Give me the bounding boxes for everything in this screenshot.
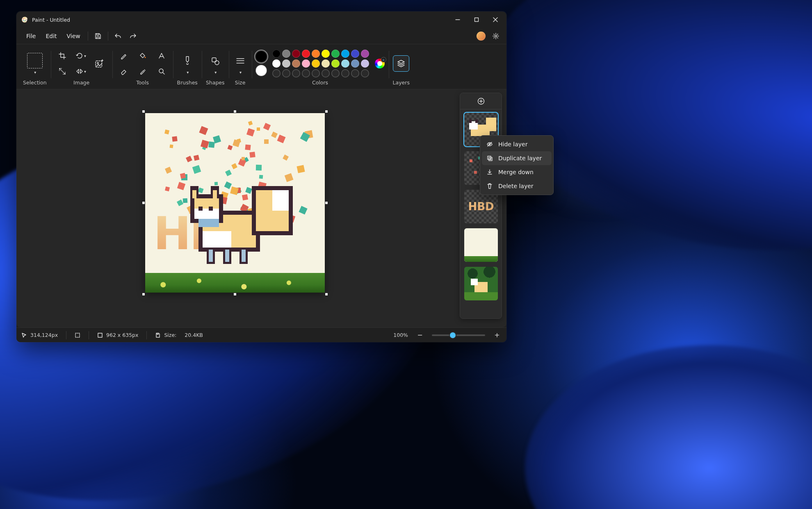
color-swatch[interactable]	[302, 50, 310, 58]
group-label-layers: Layers	[393, 80, 410, 86]
color-swatch-empty[interactable]	[292, 69, 300, 77]
color-swatch-empty[interactable]	[331, 69, 340, 77]
color-swatch[interactable]	[272, 50, 281, 58]
color-swatch-empty[interactable]	[322, 69, 330, 77]
text-tool[interactable]	[154, 49, 169, 62]
eraser-tool[interactable]	[116, 65, 131, 78]
duplicate-icon	[486, 155, 493, 161]
magnifier-tool[interactable]	[154, 65, 169, 78]
user-avatar[interactable]	[474, 30, 488, 43]
color-swatch[interactable]	[322, 50, 330, 58]
status-selection-size	[75, 332, 80, 338]
menu-edit[interactable]: Edit	[41, 30, 62, 42]
color-swatch[interactable]	[361, 50, 369, 58]
color-swatch[interactable]	[312, 50, 320, 58]
resize-handle[interactable]	[325, 293, 328, 295]
minimize-button[interactable]	[448, 11, 467, 28]
resize-handle[interactable]	[234, 293, 236, 295]
color-swatch-empty[interactable]	[351, 69, 359, 77]
context-menu-item[interactable]: Delete layer	[482, 179, 552, 193]
resize-handle[interactable]	[325, 202, 328, 204]
group-layers: Layers	[389, 47, 414, 89]
brush-tool[interactable]	[180, 53, 195, 69]
resize-handle[interactable]	[142, 202, 145, 204]
chevron-down-icon[interactable]: ▾	[34, 70, 36, 75]
select-tool[interactable]	[27, 53, 43, 68]
paint-app-icon	[21, 16, 28, 23]
color-swatch[interactable]	[351, 50, 359, 58]
canvas-viewport[interactable]: HBD	[16, 89, 506, 327]
color-swatch-empty[interactable]	[302, 69, 310, 77]
separator	[88, 32, 88, 41]
undo-button[interactable]	[111, 30, 125, 43]
chevron-down-icon[interactable]: ▾	[214, 70, 217, 75]
primary-color-swatch[interactable]	[256, 51, 267, 62]
context-menu-item[interactable]: Duplicate layer	[482, 151, 552, 165]
color-swatch-empty[interactable]	[312, 69, 320, 77]
color-swatch[interactable]	[282, 50, 290, 58]
pencil-tool[interactable]	[116, 49, 131, 62]
color-swatch[interactable]	[361, 59, 369, 68]
paint-window: Paint - Untitled File Edit View	[16, 11, 506, 342]
save-button[interactable]	[91, 30, 105, 43]
group-label-shapes: Shapes	[206, 80, 225, 86]
chevron-down-icon[interactable]: ▾	[187, 70, 189, 75]
color-swatch[interactable]	[282, 59, 290, 68]
color-picker-tool[interactable]	[135, 65, 150, 78]
svg-rect-58	[98, 333, 102, 337]
chevron-down-icon[interactable]: ▾	[239, 70, 242, 75]
zoom-slider[interactable]	[432, 334, 485, 336]
secondary-color-swatch[interactable]	[256, 65, 267, 76]
shapes-tool[interactable]	[208, 53, 223, 69]
svg-point-2	[24, 18, 25, 18]
rotate-tool[interactable]: ▾	[74, 49, 89, 62]
color-swatch[interactable]	[302, 59, 310, 68]
color-swatch-empty[interactable]	[272, 69, 281, 77]
resize-handle[interactable]	[142, 293, 145, 295]
resize-tool[interactable]	[55, 65, 70, 78]
edit-colors-button[interactable]: +	[375, 59, 385, 68]
color-swatch[interactable]	[341, 59, 349, 68]
redo-button[interactable]	[125, 30, 140, 43]
color-swatch[interactable]	[292, 59, 300, 68]
color-swatch[interactable]	[331, 59, 340, 68]
add-layer-button[interactable]	[477, 98, 485, 105]
maximize-button[interactable]	[467, 11, 486, 28]
layer-thumbnail[interactable]	[464, 228, 498, 262]
context-menu-item[interactable]: Hide layer	[482, 137, 552, 151]
layers-toggle-button[interactable]	[393, 55, 409, 72]
color-swatch-empty[interactable]	[282, 69, 290, 77]
title-bar[interactable]: Paint - Untitled	[16, 11, 506, 28]
color-swatch[interactable]	[341, 50, 349, 58]
color-swatch[interactable]	[312, 59, 320, 68]
color-swatch-empty[interactable]	[361, 69, 369, 77]
color-swatch[interactable]	[292, 50, 300, 58]
resize-handle[interactable]	[325, 110, 328, 113]
color-swatch-empty[interactable]	[341, 69, 349, 77]
crop-tool[interactable]	[55, 49, 70, 62]
merge-down-icon	[486, 169, 493, 175]
flip-tool[interactable]: ▾	[74, 65, 89, 78]
color-swatch[interactable]	[322, 59, 330, 68]
resize-handle[interactable]	[142, 110, 145, 113]
zoom-out-button[interactable]: −	[415, 331, 424, 340]
color-swatch[interactable]	[272, 59, 281, 68]
color-swatch[interactable]	[351, 59, 359, 68]
svg-point-9	[495, 35, 497, 37]
layer-thumbnail[interactable]	[464, 267, 498, 300]
group-shapes: ▾ Shapes	[202, 47, 229, 89]
close-button[interactable]	[486, 11, 505, 28]
fill-tool[interactable]	[135, 49, 150, 62]
status-canvas-size: 962 x 635px	[97, 332, 138, 338]
settings-button[interactable]	[488, 30, 503, 43]
group-label-selection: Selection	[23, 80, 47, 86]
zoom-in-button[interactable]: +	[493, 331, 502, 340]
trash-icon	[486, 183, 493, 189]
image-generate-tool[interactable]	[91, 54, 108, 73]
context-menu-item[interactable]: Merge down	[482, 165, 552, 179]
menu-file[interactable]: File	[21, 30, 41, 42]
menu-view[interactable]: View	[62, 30, 85, 42]
size-tool[interactable]	[233, 53, 248, 69]
resize-handle[interactable]	[234, 110, 236, 113]
color-swatch[interactable]	[331, 50, 340, 58]
